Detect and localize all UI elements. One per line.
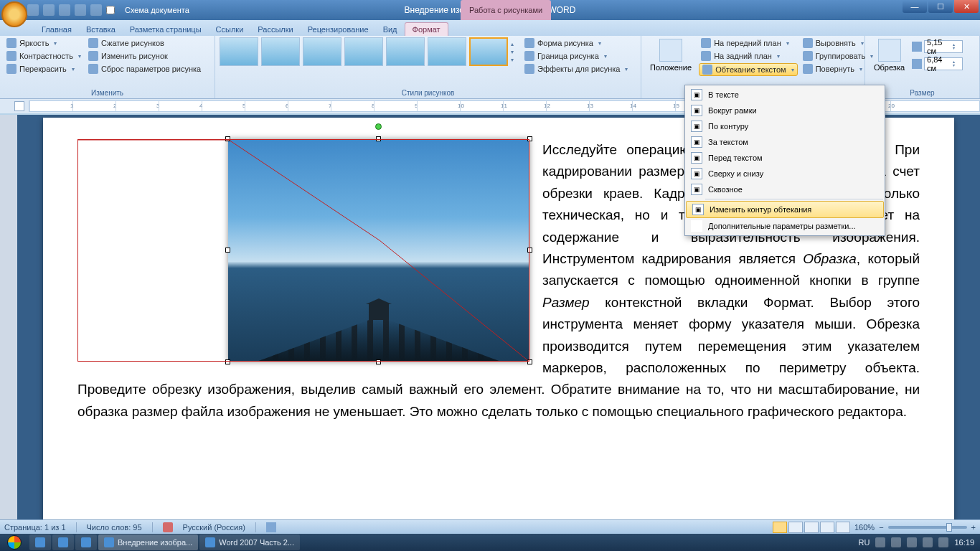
gallery-up-icon[interactable]: ▴ — [511, 41, 514, 47]
tray-network-icon[interactable] — [938, 537, 948, 547]
word-count[interactable]: Число слов: 95 — [87, 523, 142, 532]
page-count[interactable]: Страница: 1 из 1 — [4, 523, 66, 532]
effects-label: Эффекты для рисунка — [537, 65, 620, 73]
text-wrapping-button[interactable]: Обтекание текстом — [699, 63, 798, 76]
contrast-button[interactable]: Контрастность — [4, 50, 83, 62]
qat-save-icon[interactable] — [27, 4, 39, 16]
qat-preview-icon[interactable] — [90, 4, 102, 16]
edit-wrap-points-item[interactable]: ▣Изменить контур обтекания — [686, 201, 884, 218]
vertical-ruler[interactable] — [0, 115, 17, 521]
picture-effects-button[interactable]: Эффекты для рисунка — [522, 63, 630, 75]
wrap-through-item[interactable]: ▣Сквозное — [685, 182, 885, 197]
wrap-inline-item[interactable]: ▣В тексте — [685, 87, 885, 103]
picture-styles-gallery[interactable]: ▴ ▾ ▾ — [220, 37, 514, 66]
zoom-in-button[interactable]: + — [971, 523, 976, 532]
gallery-down-icon[interactable]: ▾ — [511, 49, 514, 55]
qat-undo-icon[interactable] — [43, 4, 55, 16]
tab-references[interactable]: Ссылки — [209, 23, 251, 36]
resize-handle[interactable] — [376, 359, 381, 364]
proofing-icon[interactable] — [163, 522, 173, 532]
fullscreen-view[interactable] — [788, 522, 803, 533]
wrap-topbottom-item[interactable]: ▣Сверху и снизу — [685, 166, 885, 182]
resize-handle[interactable] — [527, 248, 532, 253]
reset-picture-button[interactable]: Сброс параметров рисунка — [86, 63, 203, 75]
more-layout-options-item[interactable]: Дополнительные параметры разметки... — [685, 218, 885, 234]
gallery-more-icon[interactable]: ▾ — [511, 57, 514, 63]
tab-review[interactable]: Рецензирование — [301, 23, 376, 36]
wrap-tight-item[interactable]: ▣По контуру — [685, 118, 885, 134]
wrap-behind-item[interactable]: ▣За текстом — [685, 134, 885, 150]
height-input[interactable]: 5,15 см▴▾ — [924, 40, 963, 53]
status-bar: Страница: 1 из 1 Число слов: 95 Русский … — [0, 519, 980, 534]
bring-front-button[interactable]: На передний план — [699, 37, 798, 49]
start-button[interactable] — [0, 534, 29, 551]
embedded-image[interactable] — [228, 139, 529, 362]
tray-icon[interactable] — [891, 537, 901, 547]
quick-launch-item[interactable] — [52, 534, 74, 550]
outline-view[interactable] — [820, 522, 834, 533]
resize-handle[interactable] — [376, 136, 381, 141]
resize-handle[interactable] — [225, 248, 230, 253]
tray-icon[interactable] — [907, 537, 917, 547]
print-layout-view[interactable] — [773, 522, 787, 533]
doc-outline-checkbox[interactable] — [106, 6, 115, 14]
zoom-out-button[interactable]: − — [879, 523, 883, 532]
qat-redo-icon[interactable] — [59, 4, 70, 16]
tab-view[interactable]: Вид — [376, 23, 405, 36]
align-button[interactable]: Выровнять — [801, 37, 876, 49]
window-close-button[interactable]: ✕ — [954, 0, 979, 13]
resize-handle[interactable] — [527, 359, 532, 364]
window-maximize-button[interactable]: ☐ — [928, 0, 953, 13]
quick-launch-item[interactable] — [75, 534, 97, 550]
tray-language[interactable]: RU — [859, 538, 870, 547]
window-minimize-button[interactable]: — — [903, 0, 927, 13]
macro-icon[interactable] — [266, 522, 276, 532]
picture-shape-button[interactable]: Форма рисунка — [522, 37, 630, 49]
wrap-front-item[interactable]: ▣Перед текстом — [685, 150, 885, 166]
compress-button[interactable]: Сжатие рисунков — [86, 37, 203, 49]
style-thumb[interactable] — [303, 37, 341, 66]
rotate-button[interactable]: Повернуть — [801, 63, 876, 75]
picture-border-button[interactable]: Граница рисунка — [522, 50, 630, 62]
tray-volume-icon[interactable] — [923, 537, 933, 547]
tray-clock[interactable]: 16:19 — [954, 538, 974, 547]
zoom-slider[interactable] — [888, 526, 967, 529]
brightness-button[interactable]: Яркость — [4, 37, 83, 49]
style-thumb[interactable] — [344, 37, 383, 66]
width-input[interactable]: 6,84 см▴▾ — [924, 57, 963, 70]
web-view[interactable] — [804, 522, 819, 533]
compress-icon — [88, 38, 98, 48]
resize-handle[interactable] — [225, 359, 230, 364]
draft-view[interactable] — [836, 522, 850, 533]
resize-handle[interactable] — [225, 136, 230, 141]
edit-wrap-icon: ▣ — [692, 204, 704, 215]
tab-home[interactable]: Главная — [34, 23, 79, 36]
style-thumb[interactable] — [220, 37, 258, 66]
tab-insert[interactable]: Вставка — [79, 23, 123, 36]
taskbar-item-word[interactable]: Внедрение изобра... — [98, 534, 198, 550]
crop-button[interactable]: Обрезка — [870, 37, 909, 73]
group-button[interactable]: Группировать — [801, 50, 876, 62]
style-thumb[interactable] — [428, 37, 466, 66]
style-thumb[interactable] — [261, 37, 300, 66]
tab-mailings[interactable]: Рассылки — [250, 23, 300, 36]
tab-selector[interactable] — [14, 101, 24, 111]
taskbar-item-word2[interactable]: Word 2007 Часть 2... — [199, 534, 300, 550]
rotate-handle[interactable] — [375, 123, 382, 130]
wrap-square-item[interactable]: ▣Вокруг рамки — [685, 103, 885, 118]
recolor-button[interactable]: Перекрасить — [4, 63, 83, 75]
style-thumb-selected[interactable] — [469, 37, 508, 66]
qat-print-icon[interactable] — [75, 4, 86, 16]
language-status[interactable]: Русский (Россия) — [183, 523, 245, 532]
office-button[interactable] — [1, 1, 27, 27]
quick-launch-item[interactable] — [29, 534, 51, 550]
zoom-value[interactable]: 160% — [854, 523, 875, 532]
tray-icon[interactable] — [875, 537, 885, 547]
send-back-button[interactable]: На задний план — [699, 50, 798, 62]
tab-layout[interactable]: Разметка страницы — [123, 23, 209, 36]
change-picture-button[interactable]: Изменить рисунок — [86, 50, 203, 62]
style-thumb[interactable] — [386, 37, 425, 66]
position-button[interactable]: Положение — [646, 37, 696, 73]
tab-format[interactable]: Формат — [405, 22, 448, 36]
resize-handle[interactable] — [527, 136, 532, 141]
